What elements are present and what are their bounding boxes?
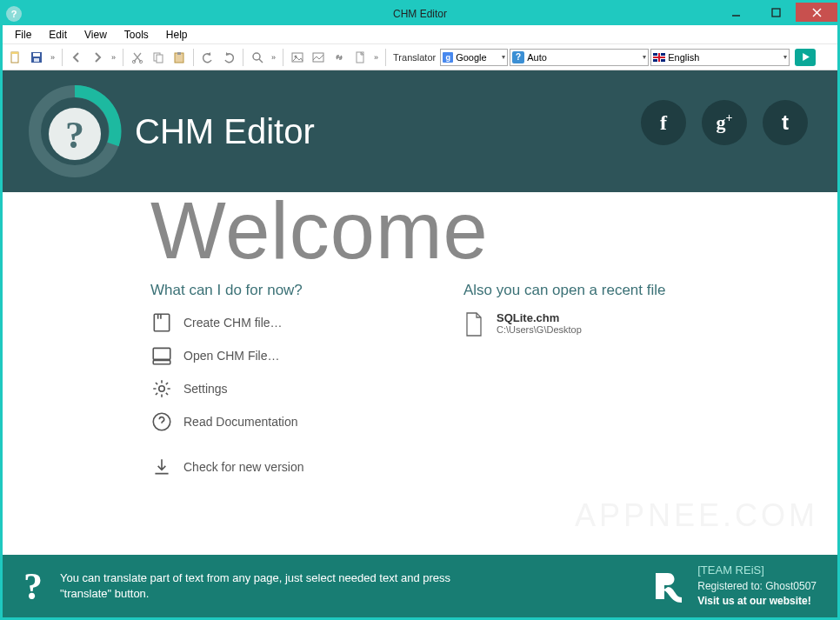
translator-service-combo[interactable]: g Google▾ (440, 49, 508, 66)
insert-file-button[interactable] (350, 48, 370, 67)
file-icon (463, 311, 486, 341)
close-button[interactable] (796, 3, 837, 22)
tip-icon: ? (23, 564, 43, 609)
zoom-button[interactable] (248, 48, 267, 67)
team-website-link[interactable]: Visit us at our website! (697, 594, 817, 609)
recent-file-path: C:\Users\G\Desktop (497, 324, 582, 335)
menubar: File Edit View Tools Help (3, 25, 837, 44)
check-update-action[interactable]: Check for new version (150, 456, 437, 478)
undo-button[interactable] (198, 48, 217, 67)
menu-tools[interactable]: Tools (117, 27, 156, 43)
svg-rect-26 (153, 361, 170, 364)
app-icon: ? (6, 6, 22, 22)
googleplus-button[interactable]: g+ (702, 100, 747, 145)
insert-image-2-button[interactable] (309, 48, 328, 67)
team-logo (649, 568, 685, 604)
redo-button[interactable] (219, 48, 238, 67)
svg-rect-5 (11, 52, 18, 54)
svg-line-16 (259, 59, 263, 63)
googleplus-icon: g+ (717, 111, 733, 134)
back-button[interactable] (67, 48, 86, 67)
recent-file-item[interactable]: SQLite.chm C:\Users\G\Desktop (463, 311, 750, 341)
twitter-icon: t (782, 110, 789, 135)
svg-rect-14 (177, 52, 181, 55)
create-chm-action[interactable]: Create CHM file… (150, 311, 437, 334)
translator-label: Translator (393, 52, 436, 63)
minimize-button[interactable] (716, 3, 756, 22)
open-chm-action[interactable]: Open CHM File… (150, 344, 437, 367)
auto-lang-icon: ? (512, 51, 524, 63)
toolbar-overflow-3[interactable]: » (269, 53, 278, 62)
maximize-button[interactable] (756, 3, 796, 22)
svg-rect-1 (772, 9, 780, 17)
hero-title: CHM Editor (135, 112, 315, 151)
menu-help[interactable]: Help (159, 27, 195, 43)
svg-point-15 (253, 53, 260, 60)
toolbar: » » » » Translator g Google▾ ? Auto▾ (3, 44, 837, 70)
save-button[interactable] (27, 48, 46, 67)
watermark: APPNEE.COM (575, 497, 818, 534)
actions-heading: What can I do for now? (150, 282, 437, 299)
facebook-button[interactable]: f (641, 100, 686, 145)
uk-flag-icon (653, 51, 665, 63)
svg-rect-19 (313, 53, 323, 62)
toolbar-overflow-2[interactable]: » (109, 53, 118, 62)
source-lang-combo[interactable]: ? Auto▾ (510, 49, 649, 66)
facebook-icon: f (660, 111, 667, 135)
action-label: Open CHM File… (183, 349, 279, 363)
tip-text: You can translate part of text from any … (60, 570, 477, 602)
translate-run-button[interactable] (795, 49, 816, 66)
insert-image-button[interactable] (288, 48, 307, 67)
twitter-button[interactable]: t (763, 100, 808, 145)
svg-rect-8 (34, 58, 39, 62)
registered-to: Registered to: Ghost0507 (697, 579, 817, 594)
open-file-icon (150, 344, 173, 367)
content-area: ? CHM Editor f g+ t Welcome What can I d… (3, 70, 837, 617)
hero-banner: ? CHM Editor f g+ t (3, 70, 837, 192)
titlebar: ? CHM Editor (3, 3, 837, 25)
settings-action[interactable]: Settings (150, 377, 437, 400)
copy-button[interactable] (149, 48, 168, 67)
google-icon: g (443, 52, 453, 63)
menu-edit[interactable]: Edit (42, 27, 74, 43)
svg-point-27 (159, 386, 165, 392)
recent-column: Also you can open a recent file SQLite.c… (463, 282, 750, 489)
svg-text:?: ? (65, 114, 84, 157)
recent-heading: Also you can open a recent file (463, 282, 750, 299)
welcome-heading: Welcome (150, 187, 837, 275)
action-label: Read Documentation (183, 415, 298, 429)
create-file-icon (150, 311, 173, 334)
svg-rect-7 (33, 53, 40, 57)
team-name: [TEAM REiS] (697, 563, 817, 579)
cut-button[interactable] (128, 48, 147, 67)
download-icon (150, 456, 173, 478)
insert-link-button[interactable] (330, 48, 349, 67)
help-icon (150, 410, 173, 433)
window-title: CHM Editor (3, 8, 837, 20)
svg-rect-24 (154, 314, 169, 331)
svg-rect-12 (157, 55, 163, 63)
menu-file[interactable]: File (8, 27, 38, 43)
target-lang-combo[interactable]: English▾ (650, 49, 790, 66)
forward-button[interactable] (88, 48, 107, 67)
svg-rect-25 (153, 349, 170, 360)
toolbar-overflow-1[interactable]: » (48, 53, 57, 62)
menu-view[interactable]: View (77, 27, 114, 43)
action-label: Create CHM file… (183, 316, 283, 330)
action-label: Check for new version (183, 460, 304, 474)
actions-column: What can I do for now? Create CHM file… … (150, 282, 437, 489)
toolbar-overflow-4[interactable]: » (371, 53, 381, 62)
new-file-button[interactable] (6, 48, 25, 67)
recent-file-name: SQLite.chm (497, 311, 582, 324)
action-label: Settings (183, 382, 228, 396)
documentation-action[interactable]: Read Documentation (150, 410, 437, 433)
gear-icon (150, 377, 173, 400)
paste-button[interactable] (170, 48, 189, 67)
footer: ? You can translate part of text from an… (3, 555, 837, 617)
app-logo: ? (27, 83, 123, 179)
